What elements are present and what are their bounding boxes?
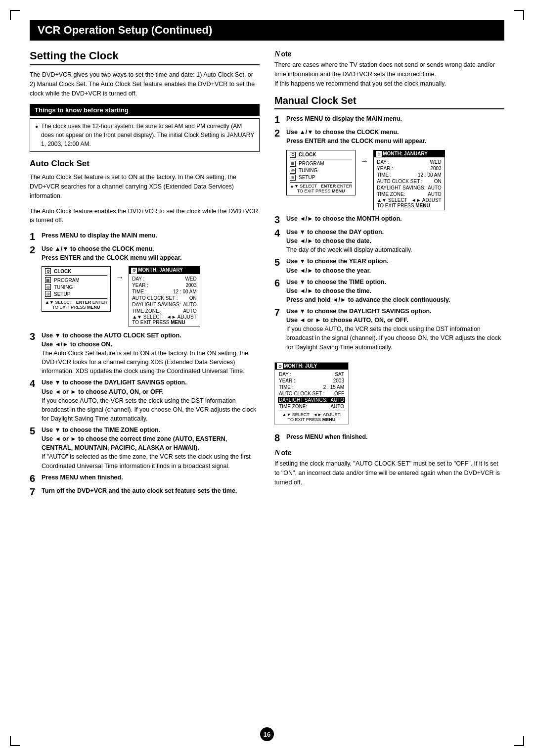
auto-step-7-text: Turn off the DVD+VCR and the auto clock … bbox=[42, 487, 237, 494]
manual-tuning-icon: ◎ bbox=[290, 168, 296, 174]
manual-step-4-num: 4 bbox=[274, 228, 283, 254]
manual-menu-tuning: ◎TUNING bbox=[290, 167, 352, 174]
manual-step-5-sub: Use ◄/► to choose the year. bbox=[286, 267, 371, 274]
manual-step-6-text: Use ▼ to choose the TIME option. bbox=[286, 279, 386, 285]
auto-clock-title: Auto Clock Set bbox=[30, 159, 260, 169]
manual-step-3-content: Use ◄/► to choose the MONTH option. bbox=[286, 214, 504, 225]
auto-step-1-num: 1 bbox=[30, 231, 39, 242]
auto-menu-footer: ▲▼ SELECT ENTER ENTERTO EXIT PRESS MENU bbox=[45, 298, 107, 310]
auto-step-4-num: 4 bbox=[30, 378, 39, 423]
manual-step-6-sub2: Press and hold ◄/► to advance the clock … bbox=[286, 296, 450, 303]
manual-menu-header: ⊙ CLOCK bbox=[290, 152, 352, 159]
auto-step-2-content: Use ▲/▼ to choose the CLOCK menu. Press … bbox=[42, 244, 260, 262]
manual-clock-title: Manual Clock Set bbox=[274, 95, 504, 109]
auto-clock-intro1: The Auto Clock Set feature is set to ON … bbox=[30, 173, 260, 200]
manual-step-7-detail: If you choose AUTO, the VCR sets the clo… bbox=[286, 326, 501, 350]
auto-clock-intro2: The Auto Clock feature enables the DVD+V… bbox=[30, 207, 260, 226]
auto-menu-program: ▦PROGRAM bbox=[45, 277, 107, 284]
mcb-year: YEAR :2003 bbox=[278, 378, 345, 384]
auto-cd-autoclockset: AUTO CLOCK SET :ON bbox=[132, 295, 197, 301]
setup-icon: ⊞ bbox=[45, 291, 51, 297]
cd-clock-icon: ⊙ bbox=[131, 268, 137, 274]
mcb-autoclockset: AUTO CLOCK SET :OFF bbox=[278, 390, 345, 397]
things-bullet: The clock uses the 12-hour system. Be su… bbox=[35, 122, 254, 148]
manual-cd-footer: ▲▼ SELECT ◄► ADJUSTTO EXIT PRESS MENU bbox=[377, 197, 442, 208]
auto-step-7-num: 7 bbox=[30, 486, 39, 497]
note-title-top: Note bbox=[274, 49, 504, 58]
auto-step-1: 1 Press MENU to display the MAIN menu. bbox=[30, 231, 260, 242]
things-box-label: Things to know before starting bbox=[30, 104, 260, 116]
note-ote: ote bbox=[281, 50, 292, 58]
manual-step-5: 5 Use ▼ to choose the YEAR option. Use ◄… bbox=[274, 257, 504, 275]
page-number: 16 bbox=[260, 727, 274, 741]
manual-step-5-text: Use ▼ to choose the YEAR option. bbox=[286, 258, 389, 265]
arrow-right-1: → bbox=[116, 273, 124, 282]
mcb-icon: ⊙ bbox=[277, 363, 283, 369]
auto-step-6-text: Press MENU when finished. bbox=[42, 474, 123, 481]
corner-tl bbox=[10, 10, 20, 20]
auto-cd-year: YEAR :2003 bbox=[132, 282, 197, 288]
auto-cd-timezone: TIME ZONE:AUTO bbox=[132, 308, 197, 314]
auto-menu-tuning: ◎TUNING bbox=[45, 284, 107, 290]
auto-menu-diagram: ⊙ CLOCK ▦PROGRAM ◎TUNING ⊞SETUP ▲▼ SELEC… bbox=[42, 266, 260, 327]
auto-step-6: 6 Press MENU when finished. bbox=[30, 473, 260, 484]
manual-step-7-sub: Use ◄ or ► to choose AUTO, ON, or OFF. bbox=[286, 317, 408, 324]
manual-menu-diagram: ⊙ CLOCK ▦PROGRAM ◎TUNING ⊞SETUP ▲▼ SELEC… bbox=[286, 150, 504, 211]
auto-menu-header: ⊙ CLOCK bbox=[45, 268, 107, 276]
manual-cd-month: ⊙MONTH: JANUARY bbox=[374, 150, 445, 158]
manual-step-1-num: 1 bbox=[274, 114, 283, 125]
manual-step-4-text: Use ▼ to choose the DAY option. bbox=[286, 229, 384, 236]
auto-step-2-text: Use ▲/▼ to choose the CLOCK menu. bbox=[42, 245, 154, 252]
manual-step-2: 2 Use ▲/▼ to choose the CLOCK menu. Pres… bbox=[274, 128, 504, 145]
manual-cd-autoclockset: AUTO CLOCK SET :ON bbox=[377, 178, 442, 185]
main-content: Setting the Clock The DVD+VCR gives you … bbox=[30, 49, 504, 500]
auto-step-6-content: Press MENU when finished. bbox=[42, 473, 260, 484]
auto-step-4: 4 Use ▼ to choose the DAYLIGHT SAVINGS o… bbox=[30, 378, 260, 423]
auto-step-5-sub: Use ◄ or ► to choose the correct time zo… bbox=[42, 435, 227, 451]
manual-step-6-content: Use ▼ to choose the TIME option. Use ◄/►… bbox=[286, 278, 504, 304]
note-n-letter: N bbox=[274, 49, 280, 58]
manual-menu-program: ▦PROGRAM bbox=[290, 160, 352, 167]
mcb-daylight: DAYLIGHT SAVINGS:AUTO bbox=[278, 397, 345, 403]
note-text-1: There are cases where the TV station doe… bbox=[274, 60, 504, 79]
things-content: The clock uses the 12-hour system. Be su… bbox=[30, 118, 260, 152]
mcb-day: DAY :SAT bbox=[278, 371, 345, 378]
auto-step-4-content: Use ▼ to choose the DAYLIGHT SAVINGS opt… bbox=[42, 378, 260, 423]
manual-step-2-content: Use ▲/▼ to choose the CLOCK menu. Press … bbox=[286, 128, 504, 145]
manual-program-icon: ▦ bbox=[290, 161, 296, 167]
manual-menu-title: CLOCK bbox=[299, 152, 316, 157]
auto-cd-month: ⊙MONTH: JANUARY bbox=[129, 267, 200, 274]
manual-bottom-diagram: ⊙MONTH: JULY DAY :SAT YEAR :2003 TIME :2… bbox=[274, 358, 349, 429]
manual-step-4-content: Use ▼ to choose the DAY option. Use ◄/► … bbox=[286, 228, 504, 254]
manual-step-1-text: Press MENU to display the MAIN menu. bbox=[286, 115, 402, 122]
mcb-time: TIME :2 : 15 AM bbox=[278, 384, 345, 390]
manual-step-8-num: 8 bbox=[274, 432, 283, 443]
auto-step-5-detail: If "AUTO" is selected as the time zone, … bbox=[42, 453, 251, 469]
manual-step-6-sub: Use ◄/► to choose the time. bbox=[286, 287, 371, 294]
manual-step-4-detail: The day of the week will display automat… bbox=[286, 246, 412, 253]
auto-step-6-num: 6 bbox=[30, 473, 39, 484]
note-title-bottom: Note bbox=[274, 448, 504, 457]
arrow-right-2: → bbox=[360, 157, 368, 166]
program-icon: ▦ bbox=[45, 277, 51, 283]
manual-menu-setup: ⊞SETUP bbox=[290, 174, 352, 181]
auto-clock-detail-box: ⊙MONTH: JANUARY DAY :WED YEAR :2003 TIME… bbox=[129, 266, 200, 327]
manual-cd-time: TIME :12 : 00 AM bbox=[377, 172, 442, 178]
manual-step-7-content: Use ▼ to choose the DAYLIGHT SAVINGS opt… bbox=[286, 307, 504, 352]
manual-step-8-text: Press MENU when finished. bbox=[286, 433, 368, 440]
manual-step-2-sub: Press ENTER and the CLOCK menu will appe… bbox=[286, 138, 426, 144]
manual-step-1: 1 Press MENU to display the MAIN menu. bbox=[274, 114, 504, 125]
auto-step-3-text: Use ▼ to choose the AUTO CLOCK SET optio… bbox=[42, 332, 181, 339]
auto-step-3-content: Use ▼ to choose the AUTO CLOCK SET optio… bbox=[42, 331, 260, 376]
auto-step-3-detail: The Auto Clock Set feature is set to ON … bbox=[42, 350, 248, 375]
manual-menu-box-left: ⊙ CLOCK ▦PROGRAM ◎TUNING ⊞SETUP ▲▼ SELEC… bbox=[286, 150, 356, 195]
manual-step-5-num: 5 bbox=[274, 257, 283, 275]
manual-step-7-text: Use ▼ to choose the DAYLIGHT SAVINGS opt… bbox=[286, 308, 432, 315]
manual-step-7: 7 Use ▼ to choose the DAYLIGHT SAVINGS o… bbox=[274, 307, 504, 352]
manual-step-8-content: Press MENU when finished. bbox=[286, 432, 504, 443]
auto-step-4-detail: If you choose AUTO, the VCR sets the clo… bbox=[42, 397, 256, 422]
manual-step-2-text: Use ▲/▼ to choose the CLOCK menu. bbox=[286, 129, 399, 136]
note-text-2: If this happens we recommend that you se… bbox=[274, 79, 504, 89]
auto-cd-day: DAY :WED bbox=[132, 276, 197, 282]
auto-step-1-text: Press MENU to display the MAIN menu. bbox=[42, 232, 157, 239]
